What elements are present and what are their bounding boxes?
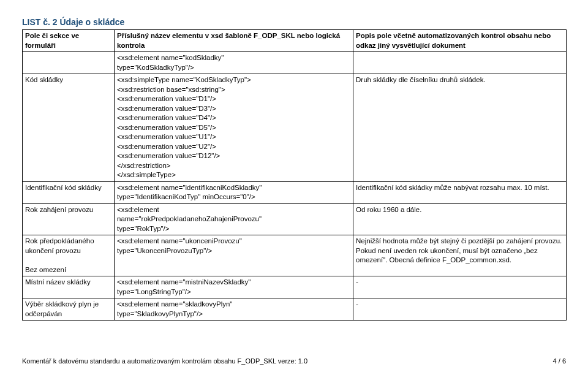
cell-field: Rok zahájení provozu: [23, 203, 115, 235]
cell-element: <xsd:element name="mistniNazevSkladky" t…: [115, 276, 353, 298]
cell-field: Kód skládky: [23, 74, 115, 182]
table-row: Kód skládky <xsd:simpleType name="KodSkl…: [23, 74, 567, 182]
cell-field: Identifikační kód skládky: [23, 181, 115, 203]
table-row: Identifikační kód skládky <xsd:element n…: [23, 181, 567, 203]
cell-description: [353, 52, 567, 74]
cell-description: Nejnižší hodnota může být stejný či pozd…: [353, 235, 567, 276]
cell-field: Výběr skládkový plyn je odčerpáván: [23, 298, 115, 321]
cell-field: [23, 52, 115, 74]
cell-field: Místní název skládky: [23, 276, 115, 298]
col-header-element: Příslušný název elementu v xsd šabloně F…: [115, 30, 353, 52]
table-header-row: Pole či sekce ve formuláři Příslušný náz…: [23, 30, 567, 52]
page-footer: Komentář k datovému standardu a automati…: [22, 357, 566, 365]
table-row: Místní název skládky <xsd:element name="…: [23, 276, 567, 298]
footer-text: Komentář k datovému standardu a automati…: [22, 357, 307, 365]
cell-description: Od roku 1960 a dále.: [353, 203, 567, 235]
cell-field: Rok předpokládaného ukončení provozu Bez…: [23, 235, 115, 276]
page-number: 4 / 6: [553, 357, 566, 365]
cell-element: <xsd:simpleType name="KodSkladkyTyp"> <x…: [115, 74, 353, 182]
col-header-field: Pole či sekce ve formuláři: [23, 30, 115, 52]
cell-element: <xsd:element name="rokPredpokladanehoZah…: [115, 203, 353, 235]
data-table: Pole či sekce ve formuláři Příslušný náz…: [22, 29, 567, 321]
cell-element: <xsd:element name="kodSkladky" type="Kod…: [115, 52, 353, 74]
cell-element: <xsd:element name="skladkovyPlyn" type="…: [115, 298, 353, 321]
cell-element: <xsd:element name="ukonceniProvozu" type…: [115, 235, 353, 276]
table-row: Rok zahájení provozu <xsd:element name="…: [23, 203, 567, 235]
col-header-description: Popis pole včetně automatizovaných kontr…: [353, 30, 567, 52]
cell-description: -: [353, 298, 567, 321]
document-page: LIST č. 2 Údaje o skládce Pole či sekce …: [0, 0, 588, 372]
table-row: <xsd:element name="kodSkladky" type="Kod…: [23, 52, 567, 74]
table-row: Výběr skládkový plyn je odčerpáván <xsd:…: [23, 298, 567, 321]
section-heading: LIST č. 2 Údaje o skládce: [22, 17, 566, 27]
cell-description: -: [353, 276, 567, 298]
table-row: Rok předpokládaného ukončení provozu Bez…: [23, 235, 567, 276]
cell-description: Druh skládky dle číselníku druhů skládek…: [353, 74, 567, 182]
cell-element: <xsd:element name="identifikacniKodSklad…: [115, 181, 353, 203]
cell-description: Identifikační kód skládky může nabývat r…: [353, 181, 567, 203]
